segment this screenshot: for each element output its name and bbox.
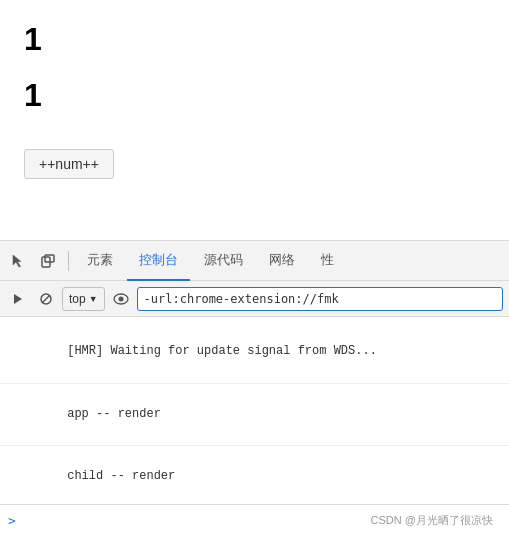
console-filter-input[interactable]: -url:chrome-extension://fmk (137, 287, 503, 311)
svg-point-6 (118, 296, 123, 301)
console-line-app-render: app -- render (0, 384, 509, 447)
toolbar-divider-1 (68, 251, 69, 271)
tab-sources[interactable]: 源代码 (192, 241, 255, 281)
increment-button[interactable]: ++num++ (24, 149, 114, 179)
svg-marker-2 (14, 294, 22, 304)
watermark: CSDN @月光晒了很凉快 (371, 513, 501, 528)
device-toggle-icon[interactable] (34, 247, 62, 275)
devtools-tab-bar: 元素 控制台 源代码 网络 性 (0, 241, 509, 281)
console-input-row: > CSDN @月光晒了很凉快 (0, 504, 509, 536)
svg-line-4 (42, 295, 50, 303)
devtools-panel: 元素 控制台 源代码 网络 性 top ▼ (0, 240, 509, 536)
number-display-1: 1 (24, 20, 485, 58)
console-input[interactable] (22, 514, 371, 528)
context-selector[interactable]: top ▼ (62, 287, 105, 311)
play-icon[interactable] (6, 287, 30, 311)
eye-icon[interactable] (109, 287, 133, 311)
chevron-down-icon: ▼ (89, 294, 98, 304)
tab-network[interactable]: 网络 (257, 241, 307, 281)
block-icon[interactable] (34, 287, 58, 311)
tab-elements[interactable]: 元素 (75, 241, 125, 281)
console-line-child-render: child -- render (0, 446, 509, 504)
tab-console[interactable]: 控制台 (127, 241, 190, 281)
console-prompt: > (8, 513, 16, 528)
console-toolbar: top ▼ -url:chrome-extension://fmk (0, 281, 509, 317)
number-display-2: 1 (24, 76, 485, 114)
console-output: [HMR] Waiting for update signal from WDS… (0, 317, 509, 504)
tab-performance[interactable]: 性 (309, 241, 346, 281)
cursor-icon[interactable] (4, 247, 32, 275)
browser-content: 1 1 ++num++ (0, 0, 509, 240)
console-line-hmr: [HMR] Waiting for update signal from WDS… (0, 321, 509, 384)
